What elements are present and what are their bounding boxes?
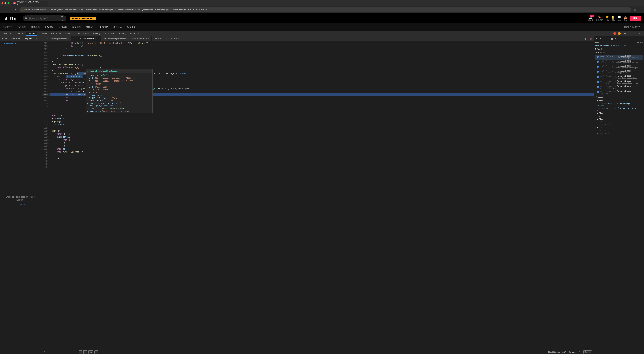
step-over-button[interactable]: ↷: [598, 37, 601, 40]
block1-header[interactable]: ▼ Block: [595, 99, 643, 102]
breakpoints-header[interactable]: ▼ Breakpoints: [594, 51, 644, 54]
editor-tab-1[interactable]: 5527.470083e2.js:formatted ✕: [42, 36, 72, 41]
address-bar[interactable]: 🔒 live.douyin.com/369223145055?cover_typ…: [20, 8, 631, 12]
tooltip-row-2[interactable]: 2: "清唱": [87, 83, 152, 86]
tooltip-row-1[interactable]: ▶ 1: (73) ['111111', '57679935', '/小***: [87, 79, 152, 83]
header-item-message[interactable]: 💬 私信: [618, 16, 621, 22]
editor-tab-4-close[interactable]: ✕: [148, 38, 150, 40]
editor-tab-2-close[interactable]: ✕: [98, 38, 99, 40]
header-item-upload[interactable]: 📤 投稿: [624, 16, 627, 22]
sidebar-tabs-more[interactable]: »: [34, 36, 38, 41]
tooltip-row-arrayoffset[interactable]: arrayIndexOffset_: -1: [87, 99, 152, 102]
header-item-notify[interactable]: 🔔 通知: [612, 16, 615, 22]
editor-tab-4[interactable]: 6836.d108a452.js ✕: [130, 36, 152, 41]
scope-item-r[interactable]: r: "ChatMessage": [595, 123, 643, 126]
nav-item-esport[interactable]: 竞技游戏: [72, 26, 81, 29]
tooltip-row-pivot[interactable]: pivot_: 1.7976931348623157e+308: [87, 107, 152, 110]
tooltip-row-wrappers[interactable]: ▶ wrappers : {1: D...o.w...t.im.Common, …: [87, 110, 152, 113]
editor-tab-2[interactable]: 2111.871731ea.js:formatted ✕: [72, 36, 101, 41]
scope-item-o[interactable]: ▶ o: Uint8Array(945) [10, 50, 10, 18, 87…: [595, 107, 643, 111]
breakpoint-4[interactable]: 5527.470083e2.js:formatted:5605 const o …: [595, 75, 643, 80]
breakpoint-6[interactable]: 5527.470083e2.js:formatted:5613 if (r.ge…: [595, 85, 643, 90]
nav-item-strategy[interactable]: 策略游戏: [86, 26, 94, 29]
active-tab[interactable]: ♪ 屏超说艺考的抖音直播间 - 抖音 ✕: [12, 1, 48, 6]
refresh-button[interactable]: ↻: [14, 8, 18, 12]
sidebar-tab-filesystem[interactable]: Filesystem: [9, 36, 22, 41]
scope-header[interactable]: ▼ Scope: [594, 95, 644, 99]
tooltip-row-messageid[interactable]: messageId_: undefined: [87, 105, 152, 107]
close-window-button[interactable]: [1, 2, 3, 4]
step-into-button[interactable]: ↓: [602, 37, 604, 40]
watch-header[interactable]: ▶ Watch: [594, 47, 644, 51]
tooltip-row-length[interactable]: length: 19: [87, 94, 152, 97]
settings-button[interactable]: ⋮: [638, 8, 643, 12]
tooltip-row-18[interactable]: ▶ 18: []: [87, 91, 152, 94]
play-icon[interactable]: ▶: [90, 18, 92, 20]
worker-item[interactable]: service-worker.js #0 (activated): [594, 45, 644, 47]
tab-perf-insights[interactable]: Performance insights ⚠: [49, 32, 75, 36]
sidebar-tab-snippets[interactable]: Snippets: [22, 36, 34, 41]
new-tab-button[interactable]: +: [49, 1, 54, 5]
more-options-icon[interactable]: ⋮: [629, 32, 635, 36]
tooltip-row-8[interactable]: ▶ 8: [Array(11)]: [87, 86, 152, 88]
tooltip-row-14[interactable]: 14: "1672159515": [87, 88, 152, 91]
deactivate-breakpoints-button[interactable]: ⬤: [610, 37, 614, 40]
nav-item-shooter[interactable]: 射击游戏: [100, 26, 108, 29]
tooltip-row-array[interactable]: ▼ array: Array(19): [87, 74, 152, 77]
find-down-button[interactable]: ↓: [83, 350, 87, 354]
tab-sources[interactable]: Sources: [26, 32, 37, 36]
refresh-debug-icon[interactable]: ⟳: [93, 18, 94, 20]
nav-item-casual[interactable]: 休闲游戏: [58, 26, 67, 29]
maximize-window-button[interactable]: [8, 2, 10, 4]
search-box[interactable]: 🔍 搜索: [23, 16, 66, 22]
tab-console[interactable]: Console: [14, 32, 26, 36]
nav-item-board[interactable]: 棋牌桌游: [31, 26, 40, 29]
search-input[interactable]: [29, 17, 60, 20]
bookmark-button[interactable]: ☆: [632, 8, 637, 12]
editor-pin-button[interactable]: 📌: [588, 36, 594, 41]
header-item-bookmark[interactable]: 🔖 收藏网页: [596, 16, 603, 22]
editor-tab-5[interactable]: 6836.d108a452.js:formatted ✕: [152, 36, 181, 41]
scope-item-n[interactable]: n: [f]: [595, 121, 643, 123]
nav-item-tech[interactable]: 科技文化: [127, 26, 136, 29]
breakpoint-7[interactable]: 5527.470083e2.js:formatted:5640 this.emi…: [595, 90, 643, 95]
resume-button[interactable]: ▶: [595, 37, 598, 40]
editor-tab-1-close[interactable]: ✕: [68, 38, 69, 40]
tab-network[interactable]: Network: [38, 32, 49, 36]
sidebar-tab-page[interactable]: Page: [0, 36, 9, 41]
breakpoint-active[interactable]: 2111.871731ea.js:formatted:2306 return t…: [595, 55, 643, 60]
add-snippet-button[interactable]: + + New snippet: [1, 42, 17, 45]
editor-tab-more[interactable]: »: [181, 36, 185, 41]
back-button[interactable]: ←: [1, 8, 6, 12]
editor-format-button[interactable]: { }: [584, 36, 588, 41]
pause-on-exceptions-button[interactable]: ⏸: [614, 37, 618, 40]
login-button[interactable]: 登录: [630, 16, 641, 21]
regex-button[interactable]: .*: [94, 350, 98, 354]
tab-security[interactable]: Security: [117, 32, 128, 36]
scope-item-i[interactable]: ▶ i: proto.webcast.im.ChatMessage {wrapp…: [595, 102, 643, 107]
nav-item-entertainment[interactable]: 娱乐天地: [113, 26, 122, 29]
tab-close-button[interactable]: ✕: [45, 2, 46, 4]
pause-icon[interactable]: ⏸: [636, 32, 643, 36]
tab-performance[interactable]: Performance: [75, 32, 90, 36]
breakpoint-3[interactable]: 5527.470083e2.js:formatted:5549 this.bin…: [595, 70, 643, 75]
find-input[interactable]: [44, 351, 78, 353]
header-item-client[interactable]: NEW 💻 客户端: [588, 16, 593, 22]
breakpoint-1[interactable]: 5527.470083e2.js:formatted:5492 "undefin…: [595, 60, 643, 65]
case-sensitive-button[interactable]: Aa: [88, 350, 93, 354]
settings-icon[interactable]: ⚙: [622, 32, 628, 36]
search-button[interactable]: 搜索: [61, 16, 64, 21]
tooltip-row-0[interactable]: ▶ 0: (11) ['WebcastChatMessage', '7181..…: [87, 77, 152, 79]
breakpoint-5[interactable]: 5527.470083e2.js:formatted:5606 , r = i.…: [595, 80, 643, 85]
cancel-find-button[interactable]: Cancel: [583, 350, 592, 354]
editor-tab-3-close[interactable]: ✕: [127, 38, 128, 40]
minimize-window-button[interactable]: [4, 2, 6, 4]
tab-elements[interactable]: Elements: [1, 32, 14, 36]
sidebar-options[interactable]: ⋮: [38, 36, 42, 41]
editor-tab-5-close[interactable]: ✕: [178, 38, 179, 40]
nav-item-console[interactable]: 主机游戏: [17, 26, 26, 29]
learn-more-link[interactable]: Learn more: [16, 202, 26, 206]
tooltip-row-converted[interactable]: ▶ convertedPrimitiveFields_: {}: [87, 102, 152, 105]
find-up-button[interactable]: ↑: [79, 350, 82, 354]
tooltip-row-proto[interactable]: ▶ [[Prototype]]: Array(0): [87, 97, 152, 99]
